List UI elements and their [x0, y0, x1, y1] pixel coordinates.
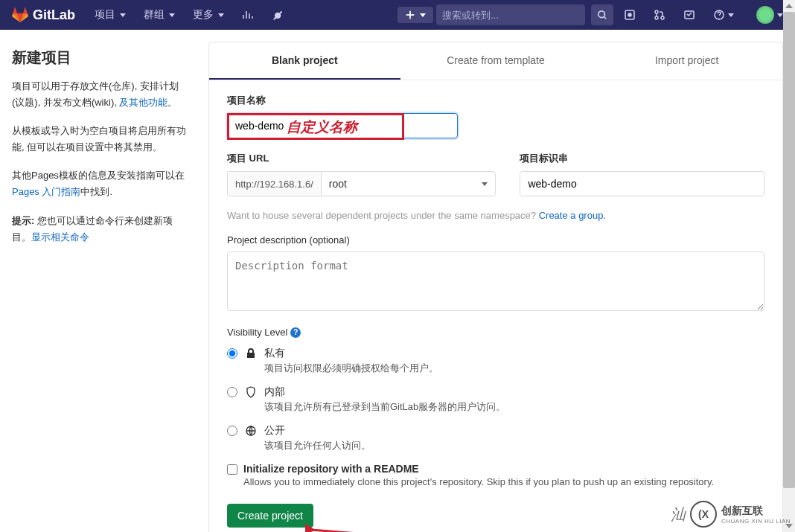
nav-more[interactable]: 更多: [185, 4, 232, 26]
globe-icon: [245, 425, 257, 437]
svg-rect-1: [406, 14, 415, 16]
scrollbar-thumb[interactable]: [783, 12, 795, 488]
readme-checkbox[interactable]: [227, 464, 237, 475]
chevron-down-icon: [218, 13, 224, 17]
vis-internal-radio[interactable]: [227, 387, 237, 397]
wrench-icon[interactable]: [264, 4, 291, 25]
url-prefix: http://192.168.1.6/: [227, 171, 321, 196]
page-title: 新建项目: [12, 48, 191, 68]
scrollbar-up[interactable]: [783, 0, 795, 12]
chevron-down-icon: [482, 182, 488, 186]
create-project-button[interactable]: Create project: [227, 504, 313, 528]
svg-point-5: [655, 10, 658, 13]
vis-public-option[interactable]: 公开该项目允许任何人访问。: [227, 424, 764, 452]
scrollbar[interactable]: [783, 0, 795, 532]
tab-import[interactable]: Import project: [591, 42, 782, 80]
watermark-text: 创新互联: [721, 504, 791, 518]
watermark-sub: CHUANG XIN HU LIAN: [721, 518, 791, 525]
vis-private-desc: 项目访问权限必须明确授权给每个用户。: [264, 362, 438, 375]
visibility-section: Visibility Level? 私有项目访问权限必须明确授权给每个用户。 内…: [227, 327, 764, 452]
readme-row[interactable]: Initialize repository with a READMEAllow…: [227, 463, 764, 487]
shield-icon: [245, 386, 257, 398]
desc-label: Project description (optional): [227, 234, 764, 246]
chevron-down-icon: [777, 13, 783, 17]
project-url-label: 项目 URL: [227, 152, 496, 165]
vis-internal-option[interactable]: 内部该项目允许所有已登录到当前GitLab服务器的用户访问。: [227, 385, 764, 414]
vis-private-radio[interactable]: [227, 348, 237, 359]
gitlab-logo-icon: [12, 7, 28, 23]
sidebar-tip: 提示: 您也可以通过命令行来创建新项目。显示相关命令: [12, 213, 191, 246]
chevron-down-icon: [120, 13, 126, 17]
brand-text: GitLab: [33, 7, 75, 23]
vis-public-desc: 该项目允许任何人访问。: [264, 439, 371, 452]
project-slug-label: 项目标识串: [520, 152, 764, 165]
todos-icon[interactable]: [676, 4, 703, 25]
readme-label: Initialize repository with a README: [243, 463, 714, 475]
tab-template[interactable]: Create from template: [400, 42, 592, 80]
url-input-group: http://192.168.1.6/ root: [227, 171, 496, 196]
merge-requests-icon[interactable]: [646, 4, 673, 25]
search-input[interactable]: [442, 10, 579, 21]
watermark-logo: (X: [690, 501, 717, 528]
nav-projects[interactable]: 项目: [87, 4, 133, 26]
new-button[interactable]: [398, 7, 433, 23]
pages-guide-link[interactable]: Pages 入门指南: [12, 186, 80, 197]
namespace-hint: Want to house several dependent projects…: [227, 210, 764, 221]
topbar-right: [398, 1, 783, 28]
vis-internal-title: 内部: [264, 385, 505, 399]
vis-private-option[interactable]: 私有项目访问权限必须明确授权给每个用户。: [227, 347, 764, 375]
url-col: 项目 URL http://192.168.1.6/ root: [227, 152, 496, 196]
help-icon[interactable]: ?: [290, 327, 301, 338]
sidebar-para3: 其他Pages模板的信息及安装指南可以在Pages 入门指南中找到.: [12, 167, 191, 200]
sidebar-para2: 从模板或导入时为空白项目将启用所有功能, 但可以在项目设置中将其禁用。: [12, 123, 191, 156]
topbar: GitLab 项目 群组 更多: [0, 0, 795, 30]
vis-internal-desc: 该项目允许所有已登录到当前GitLab服务器的用户访问。: [264, 400, 505, 414]
main-panel: Blank project Create from template Impor…: [208, 42, 783, 532]
sidebar-para1: 项目可以用于存放文件(仓库), 安排计划(议题), 并发布文档(wiki), 及…: [12, 78, 191, 111]
visibility-label: Visibility Level?: [227, 327, 764, 338]
vis-public-title: 公开: [264, 424, 371, 438]
watermark: 汕 (X 创新互联CHUANG XIN HU LIAN: [671, 501, 791, 528]
chevron-down-icon: [420, 13, 426, 17]
logo[interactable]: GitLab: [12, 7, 75, 23]
search-icon: [597, 10, 607, 20]
form: 项目名称 自定义名称 项目 URL http://192.168.1.6/ ro…: [209, 80, 782, 532]
create-group-link[interactable]: Create a group.: [539, 210, 606, 221]
help-icon[interactable]: [706, 4, 741, 25]
lock-icon: [245, 347, 257, 359]
project-name-wrap: 自定义名称: [227, 113, 764, 138]
tab-blank[interactable]: Blank project: [209, 42, 400, 80]
avatar: [756, 6, 774, 24]
vis-public-radio[interactable]: [227, 426, 237, 436]
vis-private-title: 私有: [264, 347, 438, 360]
tabs: Blank project Create from template Impor…: [209, 42, 782, 80]
user-menu[interactable]: [744, 1, 783, 28]
namespace-select[interactable]: root: [321, 171, 497, 196]
svg-point-4: [628, 13, 631, 16]
svg-point-2: [598, 11, 605, 18]
issues-icon[interactable]: [616, 4, 643, 25]
readme-desc: Allows you to immediately clone this pro…: [243, 476, 714, 487]
page: 新建项目 项目可以用于存放文件(仓库), 安排计划(议题), 并发布文档(wik…: [0, 30, 795, 532]
svg-point-7: [661, 16, 664, 19]
project-slug-input[interactable]: [520, 171, 764, 196]
chevron-down-icon: [728, 13, 734, 17]
svg-point-6: [655, 16, 658, 19]
nav-groups[interactable]: 群组: [136, 4, 182, 26]
sidebar: 新建项目 项目可以用于存放文件(仓库), 安排计划(议题), 并发布文档(wik…: [12, 42, 191, 532]
project-name-label: 项目名称: [227, 94, 764, 107]
activity-icon[interactable]: [234, 4, 261, 25]
desc-input[interactable]: [227, 251, 764, 311]
show-command-link[interactable]: 显示相关命令: [31, 231, 89, 243]
search-box[interactable]: [436, 4, 585, 25]
topbar-left: GitLab 项目 群组 更多: [12, 4, 291, 26]
plus-icon: [405, 10, 415, 20]
watermark-script: 汕: [671, 504, 686, 525]
features-link[interactable]: 及其他功能: [119, 97, 167, 108]
project-name-input[interactable]: [227, 113, 458, 138]
url-row: 项目 URL http://192.168.1.6/ root 项目标识串: [227, 152, 764, 196]
slug-col: 项目标识串: [520, 152, 764, 196]
chevron-down-icon: [169, 13, 175, 17]
search-button[interactable]: [591, 4, 613, 25]
